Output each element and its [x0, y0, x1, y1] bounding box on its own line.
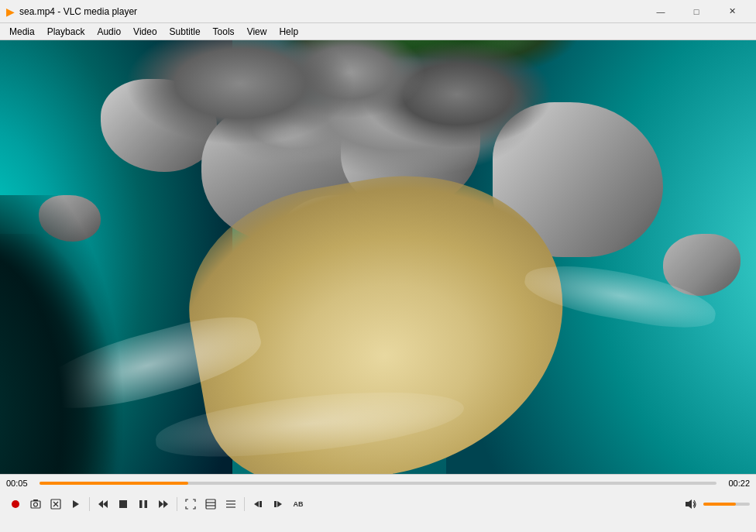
window-title: sea.mp4 - VLC media player	[19, 6, 137, 17]
seek-row: 00:05 00:22	[0, 475, 756, 492]
minimize-button[interactable]: —	[643, 0, 679, 23]
separator2	[177, 497, 177, 511]
svg-point-0	[12, 500, 19, 508]
svg-rect-22	[259, 501, 262, 507]
svg-rect-11	[139, 500, 143, 508]
stop-button[interactable]	[114, 495, 132, 513]
play-button[interactable]	[67, 495, 85, 513]
volume-slider[interactable]	[703, 503, 750, 506]
svg-marker-8	[98, 500, 103, 508]
menu-media[interactable]: Media	[3, 23, 41, 40]
playlist-button[interactable]	[222, 495, 240, 513]
separator1	[89, 497, 90, 511]
svg-point-2	[34, 503, 38, 506]
skip-forward-button[interactable]	[154, 495, 173, 513]
time-total: 00:22	[723, 479, 750, 488]
separator3	[244, 497, 245, 511]
record-button[interactable]	[6, 495, 25, 513]
frame-back-button[interactable]	[249, 495, 267, 513]
vlc-app-icon: ▶	[6, 5, 15, 18]
mute-button[interactable]	[682, 495, 700, 513]
seek-bar[interactable]	[40, 482, 716, 485]
fullscreen-button[interactable]	[181, 495, 200, 513]
window-controls: — □ ✕	[643, 0, 750, 23]
svg-marker-14	[163, 500, 168, 508]
svg-marker-13	[159, 500, 163, 508]
pause-button[interactable]	[134, 495, 153, 513]
menu-video[interactable]: Video	[127, 23, 163, 40]
svg-rect-1	[31, 501, 40, 508]
menu-playback[interactable]: Playback	[41, 23, 91, 40]
controls-bar: 00:05 00:22	[0, 474, 756, 532]
svg-marker-7	[73, 500, 79, 508]
buttons-row: AB	[0, 492, 756, 517]
ab-repeat-button[interactable]: AB	[289, 495, 308, 513]
loop-button[interactable]	[46, 495, 65, 513]
title-bar-left: ▶ sea.mp4 - VLC media player	[6, 5, 137, 18]
svg-marker-23	[277, 501, 282, 507]
menu-tools[interactable]: Tools	[207, 23, 241, 40]
video-canvas	[0, 40, 756, 474]
svg-rect-15	[206, 499, 215, 509]
menu-bar: Media Playback Audio Video Subtitle Tool…	[0, 23, 756, 40]
menu-subtitle[interactable]: Subtitle	[163, 23, 207, 40]
maximize-button[interactable]: □	[679, 0, 714, 23]
dark-water	[0, 195, 155, 474]
menu-audio[interactable]: Audio	[91, 23, 127, 40]
svg-marker-21	[254, 501, 259, 507]
extended-settings-button[interactable]	[201, 495, 220, 513]
menu-view[interactable]: View	[241, 23, 273, 40]
title-bar: ▶ sea.mp4 - VLC media player — □ ✕	[0, 0, 756, 23]
volume-filled	[703, 503, 736, 506]
svg-rect-3	[33, 499, 38, 501]
volume-section	[682, 495, 750, 513]
video-area[interactable]	[0, 40, 756, 474]
seek-bar-filled	[40, 482, 188, 485]
svg-rect-10	[119, 500, 127, 508]
svg-rect-24	[274, 501, 277, 507]
svg-marker-9	[103, 500, 108, 508]
time-current: 00:05	[6, 479, 33, 488]
close-button[interactable]: ✕	[714, 0, 750, 23]
skip-backward-button[interactable]	[94, 495, 112, 513]
frame-fwd-button[interactable]	[269, 495, 287, 513]
snapshot-button[interactable]	[26, 495, 45, 513]
menu-help[interactable]: Help	[273, 23, 304, 40]
svg-marker-25	[686, 499, 692, 509]
svg-rect-12	[145, 500, 148, 508]
